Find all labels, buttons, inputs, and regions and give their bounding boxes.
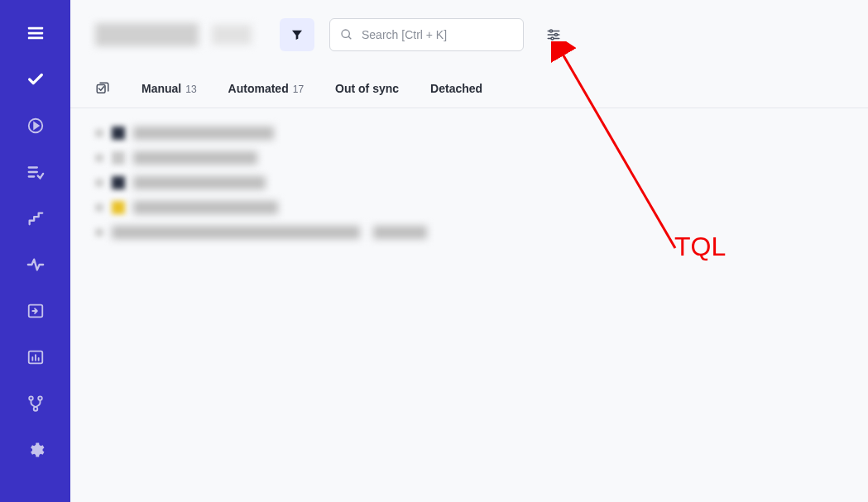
tab-manual[interactable]: Manual 13 bbox=[141, 82, 197, 95]
tabs-row: Manual 13 Automated 17 Out of sync Detac… bbox=[70, 66, 868, 108]
svg-line-17 bbox=[348, 36, 351, 39]
tab-count: 13 bbox=[185, 84, 196, 95]
check-icon[interactable] bbox=[26, 69, 46, 89]
list-item[interactable] bbox=[95, 176, 843, 189]
svg-rect-24 bbox=[97, 85, 105, 93]
svg-rect-1 bbox=[27, 32, 42, 35]
list-item[interactable] bbox=[95, 201, 843, 214]
gear-icon[interactable] bbox=[26, 440, 46, 460]
topbar bbox=[70, 0, 868, 66]
page-title-blurred bbox=[95, 23, 199, 46]
list-area bbox=[70, 108, 868, 257]
pulse-icon[interactable] bbox=[26, 255, 46, 275]
tab-label: Automated bbox=[228, 82, 289, 95]
select-all-icon bbox=[95, 81, 110, 96]
import-icon[interactable] bbox=[26, 301, 46, 321]
bar-chart-icon[interactable] bbox=[26, 347, 46, 367]
git-branch-icon[interactable] bbox=[26, 394, 46, 414]
funnel-icon bbox=[290, 28, 304, 41]
play-circle-icon[interactable] bbox=[26, 116, 46, 136]
svg-point-21 bbox=[550, 30, 553, 32]
svg-rect-0 bbox=[27, 27, 42, 30]
stairs-icon[interactable] bbox=[26, 208, 46, 228]
list-check-icon[interactable] bbox=[26, 162, 46, 182]
page-subtitle-blurred bbox=[212, 25, 252, 45]
svg-rect-2 bbox=[27, 37, 42, 40]
tab-label: Manual bbox=[141, 82, 181, 95]
tab-label: Detached bbox=[430, 82, 482, 95]
tab-detached[interactable]: Detached bbox=[430, 82, 482, 95]
tql-button[interactable] bbox=[544, 25, 563, 45]
select-all-button[interactable] bbox=[95, 81, 110, 96]
tab-label: Out of sync bbox=[335, 82, 399, 95]
hamburger-icon[interactable] bbox=[26, 23, 46, 43]
sliders-icon bbox=[546, 27, 561, 42]
svg-point-23 bbox=[551, 37, 554, 40]
tab-count: 17 bbox=[293, 84, 304, 95]
search-input[interactable] bbox=[362, 28, 513, 41]
main: Manual 13 Automated 17 Out of sync Detac… bbox=[70, 0, 868, 502]
search-box[interactable] bbox=[329, 18, 524, 51]
svg-marker-4 bbox=[34, 122, 39, 128]
list-item[interactable] bbox=[95, 151, 843, 165]
svg-point-16 bbox=[342, 30, 349, 37]
list-item[interactable] bbox=[95, 226, 843, 239]
filter-button[interactable] bbox=[280, 18, 314, 51]
tab-automated[interactable]: Automated 17 bbox=[228, 82, 304, 95]
sidebar bbox=[0, 0, 70, 502]
list-item[interactable] bbox=[95, 127, 843, 140]
tab-out-of-sync[interactable]: Out of sync bbox=[335, 82, 399, 95]
search-icon bbox=[340, 28, 353, 41]
svg-point-22 bbox=[555, 34, 558, 36]
